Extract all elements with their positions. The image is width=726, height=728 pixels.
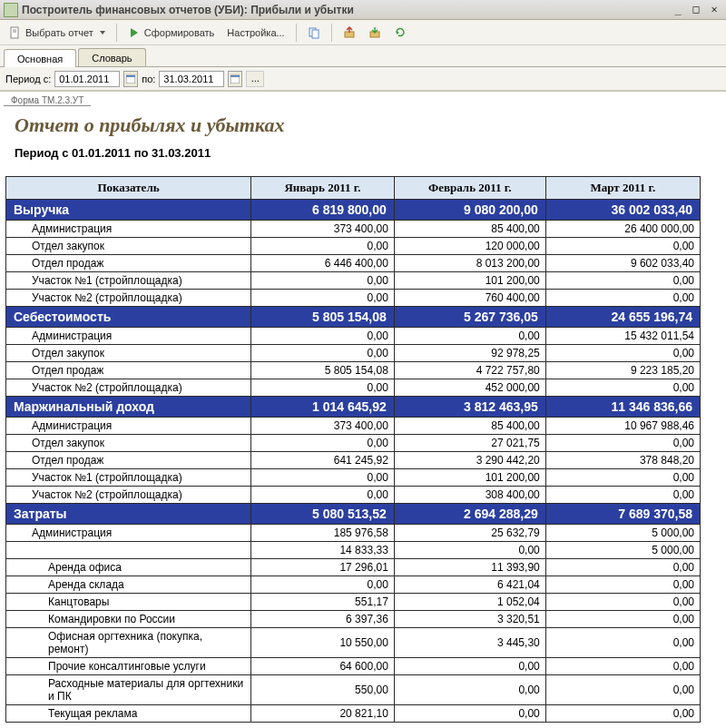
row-label: Текущая реклама <box>6 705 251 723</box>
cell-value: 10 550,00 <box>251 628 395 658</box>
separator <box>116 24 117 42</box>
table-row: Участок №2 (стройплощадка)0,00760 400,00… <box>6 290 701 307</box>
report-viewport[interactable]: Форма ТМ.2.3.УТ Отчет о прибылях и убытк… <box>0 91 726 728</box>
cell-value: 11 393,90 <box>394 559 545 576</box>
table-row: Участок №1 (стройплощадка)0,00101 200,00… <box>6 469 701 487</box>
cell-value: 14 833,33 <box>251 542 395 559</box>
calendar-icon <box>231 74 240 84</box>
row-label: Офисная оргтехника (покупка, ремонт) <box>6 628 251 658</box>
cell-value: 0,00 <box>394 542 545 559</box>
tab-dict[interactable]: Словарь <box>78 48 145 66</box>
filter-bar: Период с: по: ... <box>0 67 726 91</box>
cell-value: 1 052,04 <box>394 594 545 611</box>
table-row: Администрация0,000,0015 432 011,54 <box>6 328 701 345</box>
cell-value: 0,00 <box>251 379 395 397</box>
cell-value: 5 000,00 <box>545 525 700 542</box>
date-from-input[interactable] <box>54 71 120 87</box>
cell-value: 92 978,25 <box>394 345 545 362</box>
cell-value: 27 021,75 <box>394 435 545 452</box>
cell-value: 0,00 <box>545 345 700 362</box>
cell-value: 0,00 <box>545 379 700 397</box>
row-label <box>6 542 251 559</box>
cell-value: 0,00 <box>545 487 700 504</box>
svg-rect-0 <box>11 27 18 38</box>
cell-value: 378 848,20 <box>545 452 700 469</box>
refresh-button[interactable] <box>388 25 412 41</box>
cell-value: 15 432 011,54 <box>545 328 700 345</box>
cell-value: 85 400,00 <box>394 221 545 238</box>
period-select-button[interactable]: ... <box>246 71 264 87</box>
col-m2: Февраль 2011 г. <box>394 177 545 200</box>
maximize-button[interactable]: □ <box>688 3 704 17</box>
cell-value: 4 722 757,80 <box>394 362 545 379</box>
row-label: Отдел закупок <box>6 435 251 452</box>
cell-value: 17 296,01 <box>251 559 395 576</box>
table-row: Выручка6 819 800,009 080 200,0036 002 03… <box>6 200 701 221</box>
cell-value: 6 397,36 <box>251 611 395 628</box>
row-label: Себестоимость <box>6 307 251 328</box>
row-label: Отдел продаж <box>6 362 251 379</box>
row-label: Участок №2 (стройплощадка) <box>6 379 251 397</box>
table-row: Расходные материалы для оргтехники и ПК5… <box>6 675 701 705</box>
col-m3: Март 2011 г. <box>545 177 700 200</box>
cell-value: 11 346 836,66 <box>545 397 700 418</box>
cell-value: 373 400,00 <box>251 418 395 435</box>
cell-value: 0,00 <box>251 328 395 345</box>
row-label: Аренда склада <box>6 576 251 594</box>
cell-value: 2 694 288,29 <box>394 504 545 525</box>
svg-rect-5 <box>312 30 319 38</box>
table-row: Участок №2 (стройплощадка)0,00452 000,00… <box>6 379 701 397</box>
row-label: Отдел закупок <box>6 238 251 255</box>
period-from-label: Период с: <box>5 74 51 84</box>
date-to-input[interactable] <box>159 71 224 87</box>
close-button[interactable]: ✕ <box>706 3 722 17</box>
cell-value: 551,17 <box>251 594 395 611</box>
tab-dict-label: Словарь <box>92 53 132 64</box>
cell-value: 641 245,92 <box>251 452 395 469</box>
cell-value: 0,00 <box>545 469 700 487</box>
date-from-picker-button[interactable] <box>123 71 138 87</box>
select-report-label: Выбрать отчет <box>25 27 93 38</box>
export-button[interactable] <box>338 25 361 41</box>
table-row: Аренда офиса17 296,0111 393,900,00 <box>6 559 701 576</box>
cell-value: 550,00 <box>251 675 395 705</box>
cell-value: 0,00 <box>545 290 700 307</box>
cell-value: 0,00 <box>394 328 545 345</box>
col-m1: Январь 2011 г. <box>251 177 395 200</box>
title-bar: Построитель финансовых отчетов (УБИ): Пр… <box>0 0 726 20</box>
minimize-button[interactable]: _ <box>670 3 686 17</box>
settings-button[interactable]: Настройка... <box>221 25 289 40</box>
document-icon <box>9 26 22 39</box>
cell-value: 25 632,79 <box>394 525 545 542</box>
cell-value: 5 267 736,05 <box>394 307 545 328</box>
select-report-button[interactable]: Выбрать отчет <box>4 25 111 41</box>
generate-button[interactable]: Сформировать <box>123 25 221 41</box>
cell-value: 0,00 <box>394 705 545 723</box>
table-row: Офисная оргтехника (покупка, ремонт)10 5… <box>6 628 701 658</box>
row-label: Отдел продаж <box>6 255 251 272</box>
table-row: Прочие консалтинговые услуги64 600,000,0… <box>6 658 701 675</box>
report-period: Период с 01.01.2011 по 31.03.2011 <box>0 143 726 176</box>
table-row: Аренда склада0,006 421,040,00 <box>6 576 701 594</box>
generate-label: Сформировать <box>144 27 215 38</box>
cell-value: 452 000,00 <box>394 379 545 397</box>
cell-value: 0,00 <box>545 576 700 594</box>
row-label: Администрация <box>6 418 251 435</box>
table-row: Отдел закупок0,0027 021,750,00 <box>6 435 701 452</box>
export-icon <box>343 26 356 39</box>
date-to-picker-button[interactable] <box>228 71 242 87</box>
row-label: Командировки по России <box>6 611 251 628</box>
cell-value: 0,00 <box>545 628 700 658</box>
row-label: Участок №2 (стройплощадка) <box>6 487 251 504</box>
import-button[interactable] <box>363 25 387 41</box>
tab-main[interactable]: Основная <box>4 49 76 67</box>
row-label: Отдел закупок <box>6 345 251 362</box>
to-label: по: <box>142 74 155 84</box>
table-row: Себестоимость5 805 154,085 267 736,0524 … <box>6 307 701 328</box>
cell-value: 0,00 <box>545 675 700 705</box>
copy-button[interactable] <box>302 25 326 41</box>
toolbar: Выбрать отчет Сформировать Настройка... <box>0 20 726 45</box>
svg-marker-8 <box>397 31 399 34</box>
cell-value: 0,00 <box>545 658 700 675</box>
cell-value: 185 976,58 <box>251 525 395 542</box>
